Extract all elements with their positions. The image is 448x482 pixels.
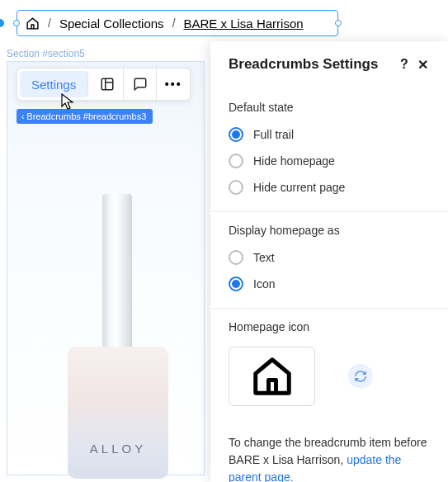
resize-handle-right[interactable]	[335, 20, 342, 26]
close-icon[interactable]: ✕	[413, 57, 431, 73]
product-brand-text: ALLOY	[68, 442, 168, 456]
breadcrumb-separator: /	[48, 17, 51, 30]
home-icon[interactable]	[26, 17, 40, 31]
radio-icon	[229, 250, 243, 265]
element-tag[interactable]: ‹ Breadcrumbs #breadcrumbs3	[17, 109, 153, 124]
homepage-icon-preview[interactable]	[229, 347, 315, 406]
radio-hide-current[interactable]: Hide current page	[229, 180, 430, 195]
radio-label: Hide current page	[253, 181, 345, 194]
radio-label: Hide homepage	[253, 154, 335, 168]
settings-panel: Breadcrumbs Settings ? ✕ Default state F…	[210, 41, 448, 482]
settings-button-label: Settings	[31, 78, 76, 92]
radio-icon	[229, 127, 243, 142]
panel-title: Breadcrumbs Settings	[229, 56, 395, 73]
section-title: Display homepage as	[229, 224, 430, 237]
refresh-icon-button[interactable]	[348, 364, 373, 389]
resize-handle-left[interactable]	[13, 20, 20, 26]
section-title: Default state	[229, 101, 430, 114]
section-display-homepage: Display homepage as Text Icon	[210, 212, 448, 309]
product-image: ALLOY	[45, 186, 193, 482]
help-icon[interactable]: ?	[395, 57, 413, 72]
chevron-left-icon: ‹	[21, 112, 24, 121]
home-icon	[250, 354, 295, 399]
radio-label: Text	[253, 251, 275, 264]
breadcrumb-bar[interactable]: / Special Collections / BARE x Lisa Harr…	[17, 10, 338, 36]
breadcrumb-item[interactable]: Special Collections	[59, 17, 164, 31]
radio-icon	[229, 154, 243, 168]
section-label: Section #section5	[7, 48, 85, 59]
settings-button[interactable]: Settings	[20, 71, 88, 97]
radio-homepage-text[interactable]: Text	[229, 250, 430, 265]
more-icon[interactable]: •••	[157, 69, 190, 100]
element-toolbar: Settings •••	[17, 68, 191, 101]
radio-full-trail[interactable]: Full trail	[229, 127, 430, 142]
selection-indicator-dot	[0, 19, 4, 27]
element-tag-label: Breadcrumbs #breadcrumbs3	[26, 111, 146, 121]
comment-icon[interactable]	[124, 69, 157, 100]
breadcrumb-separator: /	[172, 17, 176, 30]
radio-homepage-icon[interactable]: Icon	[229, 276, 430, 291]
layout-icon[interactable]	[91, 69, 124, 100]
section-default-state: Default state Full trail Hide homepage H…	[210, 89, 448, 212]
refresh-icon	[354, 370, 367, 383]
radio-icon	[229, 276, 243, 291]
panel-header: Breadcrumbs Settings ? ✕	[210, 41, 448, 89]
breadcrumb-item-current[interactable]: BARE x Lisa Harrison	[184, 17, 304, 31]
section-homepage-icon: Homepage icon	[210, 309, 448, 423]
panel-note: To change the breadcrumb item before BAR…	[210, 423, 448, 482]
radio-icon	[229, 180, 243, 195]
radio-label: Icon	[253, 277, 275, 291]
section-title: Homepage icon	[229, 320, 430, 333]
svg-rect-0	[101, 78, 113, 90]
radio-hide-homepage[interactable]: Hide homepage	[229, 154, 430, 168]
radio-label: Full trail	[253, 128, 294, 141]
